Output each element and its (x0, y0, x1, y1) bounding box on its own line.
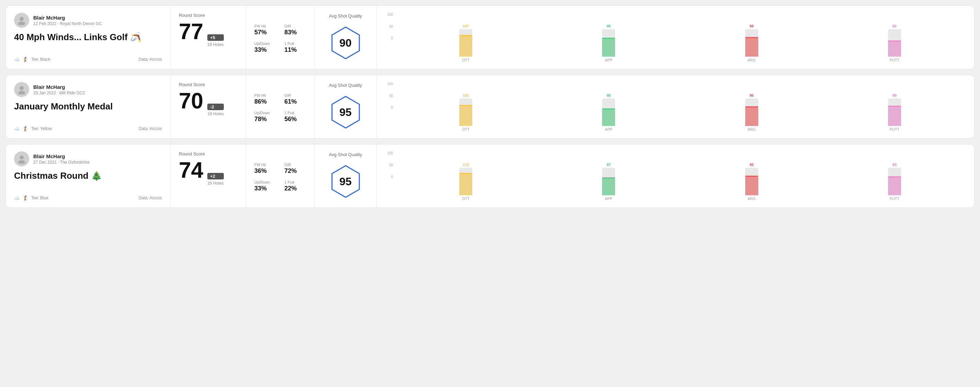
svg-point-4 (19, 155, 24, 160)
score-badge-col: +2 18 Holes (207, 173, 223, 186)
x-label: ARG (680, 58, 823, 62)
bar-background (459, 168, 473, 195)
oneputt-stat: 1 Putt 11% (285, 41, 307, 54)
big-score: 77 (179, 21, 203, 43)
tee-info: ☁️ 🏌️ Tee: Yellow (14, 126, 52, 132)
card-footer: ☁️ 🏌️ Tee: Blue Data: Arccos (14, 195, 162, 201)
bar-group: 82 (823, 24, 966, 57)
card-chart: 100 50 0 107 95 (377, 6, 974, 69)
updown-label: Up/Down (255, 111, 276, 115)
bar-line (602, 178, 615, 178)
tee-label: Tee: Blue (31, 195, 48, 200)
round-card: Blair McHarg 12 Feb 2022 · Royal North D… (5, 5, 975, 69)
y-axis: 100 50 0 (385, 82, 395, 109)
bar-fill (888, 41, 901, 57)
user-name: Blair McHarg (33, 153, 89, 159)
bar-background (602, 168, 615, 195)
card-chart: 100 50 0 101 86 (377, 75, 974, 138)
x-label: APP (537, 127, 680, 132)
quality-label: Avg Shot Quality (329, 152, 362, 157)
x-label: APP (537, 197, 680, 201)
hex-score: 95 (339, 106, 352, 118)
x-label: PUTT (823, 127, 966, 132)
bar-line (459, 173, 473, 174)
updown-value: 78% (255, 116, 276, 123)
x-axis-labels: OTTAPPARGPUTT (395, 127, 966, 132)
bar-background (745, 29, 758, 57)
bar-value: 82 (892, 24, 897, 28)
fw-hit-value: 36% (255, 167, 276, 174)
user-row: Blair McHarg 27 Dec 2021 · The Oxfordshi… (14, 151, 162, 167)
bar-group: 87 (537, 163, 680, 195)
gir-value: 72% (285, 167, 307, 174)
avatar (14, 13, 29, 28)
svg-point-3 (18, 91, 25, 94)
bar-group: 86 (537, 93, 680, 126)
bar-value: 99 (892, 93, 897, 97)
bar-fill (745, 107, 758, 126)
card-middle: Round Score 70 -2 18 Holes (170, 75, 246, 138)
bag-icon: 🏌️ (23, 126, 29, 132)
fw-hit-value: 86% (255, 98, 276, 105)
bar-background (459, 29, 473, 57)
bar-value: 86 (606, 93, 611, 97)
bar-line (745, 176, 758, 177)
bar-value: 107 (463, 24, 469, 28)
bar-fill (602, 178, 615, 195)
fw-hit-stat: FW Hit 36% (255, 163, 276, 174)
user-name: Blair McHarg (33, 84, 86, 90)
hex-score: 90 (339, 36, 352, 49)
user-name: Blair McHarg (33, 15, 102, 21)
x-label: ARG (680, 197, 823, 201)
gir-value: 83% (285, 29, 307, 36)
bar-group: 93 (823, 163, 966, 195)
user-row: Blair McHarg 29 Jan 2022 · Mill Ride GCC (14, 82, 162, 97)
user-info: Blair McHarg 29 Jan 2022 · Mill Ride GCC (33, 84, 86, 95)
svg-point-2 (19, 86, 24, 90)
bar-line (602, 108, 615, 109)
card-quality: Avg Shot Quality 95 (315, 75, 377, 138)
x-label: OTT (395, 127, 537, 132)
data-source: Data: Arccos (139, 195, 162, 200)
bar-fill (888, 178, 901, 195)
card-middle: Round Score 77 +5 18 Holes (170, 6, 246, 69)
avatar (14, 82, 29, 97)
hexagon-container: 95 (327, 93, 364, 131)
oneputt-value: 22% (285, 185, 307, 192)
fw-hit-value: 57% (255, 29, 276, 36)
card-chart: 100 50 0 110 87 (377, 144, 974, 208)
user-info: Blair McHarg 12 Feb 2022 · Royal North D… (33, 15, 102, 26)
updown-label: Up/Down (255, 41, 276, 46)
weather-icon: ☁️ (14, 126, 20, 132)
x-label: PUTT (823, 58, 966, 62)
big-score: 74 (179, 159, 203, 181)
bar-background (745, 98, 758, 126)
round-title: 40 Mph Winds... Links Golf 🪃 (14, 32, 162, 43)
fw-hit-label: FW Hit (255, 24, 276, 28)
score-badge: -2 (207, 104, 223, 110)
x-axis-labels: OTTAPPARGPUTT (395, 58, 966, 62)
card-stats: FW Hit 57% GIR 83% Up/Down 33% 1 Putt 11… (246, 6, 315, 69)
updown-label: Up/Down (255, 180, 276, 184)
bar-background (602, 98, 615, 126)
data-source: Data: Arccos (139, 57, 162, 62)
bar-value: 96 (750, 93, 754, 97)
quality-label: Avg Shot Quality (329, 13, 362, 19)
oneputt-value: 11% (285, 46, 307, 54)
bar-fill (602, 39, 615, 57)
bar-line (745, 106, 758, 107)
x-label: PUTT (823, 197, 966, 201)
updown-stat: Up/Down 33% (255, 180, 276, 192)
gir-value: 61% (285, 98, 307, 105)
card-footer: ☁️ 🏌️ Tee: Yellow Data: Arccos (14, 126, 162, 132)
svg-point-0 (19, 17, 24, 21)
tee-label: Tee: Black (31, 57, 50, 62)
card-stats: FW Hit 86% GIR 61% Up/Down 78% 1 Putt 56… (246, 75, 315, 138)
bar-value: 87 (606, 163, 611, 167)
updown-value: 33% (255, 185, 276, 192)
bar-group: 110 (395, 163, 537, 195)
card-stats: FW Hit 36% GIR 72% Up/Down 33% 1 Putt 22… (246, 144, 315, 208)
bar-chart: 107 95 98 (395, 16, 966, 57)
bar-fill (745, 177, 758, 195)
bar-background (888, 29, 901, 57)
